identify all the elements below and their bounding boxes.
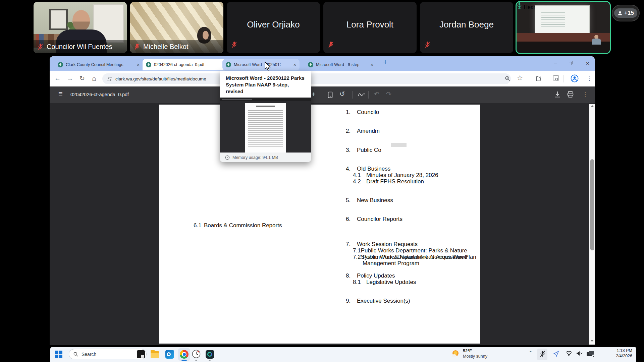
forward-icon[interactable]: → [67, 75, 73, 82]
agenda-number: 8.1 [353, 279, 366, 285]
scroll-up-arrow[interactable] [591, 105, 594, 107]
agenda-item: Amendm [357, 128, 380, 134]
restore-button[interactable] [569, 61, 573, 65]
tray-location-icon[interactable] [553, 351, 559, 357]
video-picture-frame [49, 9, 68, 30]
browser-toolbar: ← → ↻ ⌂ clark.wa.gov/sites/default/files… [50, 71, 595, 87]
pdf-divider [368, 91, 369, 99]
site-favicon [308, 62, 313, 67]
more-participants-badge[interactable]: +15 [612, 5, 640, 21]
tab-close-icon[interactable]: × [293, 62, 296, 67]
bookmark-star-icon[interactable]: ☆ [517, 74, 523, 81]
tray-mic-muted-icon[interactable] [540, 351, 545, 358]
tab-strip: Clark County Council Meetings × 02042026… [50, 56, 595, 71]
pdf-download-icon[interactable] [554, 91, 560, 98]
video-person-body [592, 39, 601, 45]
pdf-more-icon[interactable]: ⋮ [582, 91, 588, 99]
preview-thumbnail [220, 98, 311, 153]
agenda-item: Executive Session(s) [357, 298, 410, 304]
tab-clark-county-meetings[interactable]: Clark County Council Meetings × [54, 59, 143, 70]
tab-title: Microsoft Word - 20250122 Pa [234, 62, 281, 67]
participant-tile-oliver-orjiako[interactable]: Oliver Orjiako [227, 2, 320, 53]
weather-desc[interactable]: Mostly sunny [463, 354, 487, 359]
weather-temp[interactable]: 52°F [463, 348, 472, 354]
agenda-item: Draft FPHS Resolution [366, 178, 424, 185]
profile-avatar[interactable] [571, 74, 579, 82]
agenda-item: Public Co [357, 147, 381, 153]
tray-clock[interactable]: 1:13 PM 2/4/2026 [600, 348, 632, 359]
participant-tile-wil-fuentes[interactable]: Councilor Wil Fuentes [34, 2, 127, 53]
agenda-number: 4.2 [353, 178, 366, 185]
video-projection-screen [535, 5, 590, 34]
new-tab-button[interactable]: + [383, 59, 387, 65]
pdf-scrollbar-thumb[interactable] [590, 159, 594, 250]
outlook-icon [165, 350, 174, 359]
pdf-rotate-icon[interactable]: ↺ [339, 90, 345, 98]
pdf-zoom-in-icon[interactable]: + [312, 90, 316, 98]
tab-divider [380, 62, 380, 68]
agenda-number: 4. [346, 166, 357, 172]
reload-icon[interactable]: ↻ [79, 75, 85, 82]
taskbar-outlook[interactable] [165, 350, 174, 359]
menu-dots-icon[interactable]: ⋮ [586, 74, 592, 82]
participant-tile-jordan-boege[interactable]: Jordan Boege [420, 2, 513, 53]
muted-mic-icon [425, 41, 430, 50]
app-icon [137, 350, 145, 358]
side-panel-search-icon[interactable] [553, 75, 559, 81]
tray-wifi-icon[interactable] [566, 351, 572, 356]
site-favicon [226, 62, 231, 67]
start-button[interactable] [55, 351, 64, 360]
site-info-icon[interactable] [107, 76, 112, 81]
pdf-undo-icon: ↶ [374, 90, 379, 98]
tab-close-icon[interactable]: × [371, 62, 373, 67]
pdf-filename: 02042026-ct-agenda_0.pdf [70, 92, 129, 97]
taskbar-app-dark[interactable] [136, 350, 146, 359]
participant-tile-lora-provolt[interactable]: Lora Provolt [323, 2, 417, 53]
tray-volume-muted-icon[interactable] [576, 351, 583, 356]
tab-hover-preview-card: Microsoft Word - 20250122 Parks System P… [220, 71, 311, 162]
webex-icon [206, 350, 214, 359]
participant-tile-michelle-belkot[interactable]: Michelle Belkot [130, 2, 223, 53]
zoom-icon[interactable] [505, 76, 511, 81]
home-icon[interactable]: ⌂ [92, 75, 96, 82]
taskbar-chrome[interactable] [179, 350, 189, 359]
pdf-annotate-icon[interactable] [358, 93, 365, 97]
taskbar-file-explorer[interactable] [151, 350, 160, 359]
participant-name-bar: Michelle Belkot [130, 40, 223, 53]
minimize-button[interactable]: − [554, 60, 557, 66]
taskbar-search[interactable]: Search [69, 349, 147, 359]
close-button[interactable]: × [586, 60, 589, 66]
webex-running-indicator [209, 360, 211, 361]
participant-tile-hearing-room-active-speaker[interactable]: Hearing Room [516, 1, 611, 54]
pdf-print-icon[interactable] [567, 91, 574, 98]
tab-close-icon[interactable]: × [137, 62, 140, 67]
pdf-divider [352, 91, 353, 99]
mouse-cursor [264, 61, 271, 71]
agenda-number: 1. [346, 109, 357, 115]
tab-agenda-pdf-active[interactable]: 02042026-ct-agenda_0.pdf × [143, 59, 230, 70]
tab-word-9-step-form[interactable]: Microsoft Word - 9-step-form- × [305, 59, 377, 70]
tray-system-icon[interactable] [586, 351, 594, 357]
clock-running-indicator [195, 360, 197, 361]
back-icon[interactable]: ← [54, 75, 61, 82]
agenda-item: Minutes of January 28, 2026 [366, 172, 438, 178]
preview-memory-row: Memory usage: 94.1 MB [220, 153, 311, 162]
participant-name: Michelle Belkot [143, 43, 189, 51]
tray-chevron-up-icon[interactable]: ⌃ [529, 350, 533, 355]
scroll-down-arrow[interactable] [590, 340, 594, 342]
extensions-icon[interactable] [535, 75, 541, 81]
agenda-item: Councilo [357, 109, 379, 115]
participant-name: Jordan Boege [420, 19, 513, 30]
taskbar-weather[interactable] [451, 349, 460, 358]
muted-mic-icon [231, 41, 237, 50]
pdf-menu-icon[interactable]: ≡ [58, 90, 63, 98]
agenda-item: Policy Updates [357, 273, 395, 279]
tab-title: Clark County Council Meetings [66, 62, 123, 67]
taskbar-webex[interactable] [205, 350, 215, 359]
pdf-fit-page-icon[interactable] [328, 92, 333, 98]
agenda-number: 7. [346, 241, 357, 247]
live-mic-icon [517, 2, 522, 9]
agenda-item: Legislative Updates [366, 279, 416, 285]
taskbar-clock-app[interactable] [192, 350, 201, 359]
tab-word-20250122-hovered[interactable]: Microsoft Word - 20250122 Pa × [222, 59, 300, 70]
